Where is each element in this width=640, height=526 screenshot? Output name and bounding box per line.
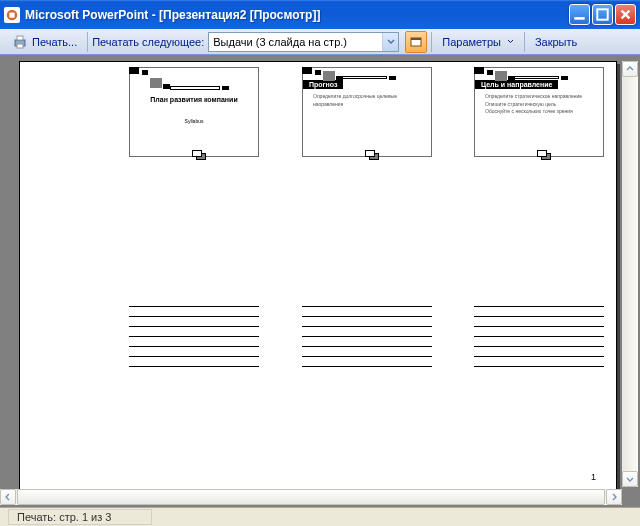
slide-thumbnail-2: Прогноз Определите долгосрочные целевые …: [302, 67, 432, 157]
slide-thumbnail-1: План развития компании Syllabus: [129, 67, 259, 157]
print-what-label: Печатать следующее:: [92, 36, 204, 48]
app-icon: [4, 7, 20, 23]
maximize-button[interactable]: [592, 4, 613, 25]
chevron-down-icon: [507, 38, 514, 45]
horizontal-scrollbar[interactable]: [0, 489, 622, 505]
options-label: Параметры: [442, 36, 501, 48]
svg-rect-1: [9, 12, 14, 17]
svg-rect-8: [411, 38, 421, 40]
page-icon: [409, 35, 423, 49]
combo-dropdown-button[interactable]: [382, 33, 398, 51]
slide-1-subtitle: Syllabus: [130, 118, 258, 124]
chevron-down-icon: [387, 38, 395, 46]
slide-thumbnail-3: Цель и направление Определите стратегиче…: [474, 67, 604, 157]
slide-2-title: Прогноз: [303, 80, 343, 89]
chevron-up-icon: [626, 65, 634, 73]
slide-3-title: Цель и направление: [475, 80, 558, 89]
scroll-right-button[interactable]: [606, 489, 622, 505]
chevron-down-icon: [626, 475, 634, 483]
chevron-right-icon: [610, 493, 618, 501]
notes-lines-2: [302, 306, 432, 376]
notes-lines-1: [129, 306, 259, 376]
close-preview-button[interactable]: Закрыть: [529, 31, 583, 53]
print-label: Печать...: [32, 36, 77, 48]
separator: [87, 32, 88, 52]
print-button[interactable]: Печать...: [6, 31, 83, 53]
window-title: Microsoft PowerPoint - [Презентация2 [Пр…: [25, 8, 320, 22]
slide-2-bullets: Определите долгосрочные целевые направле…: [303, 91, 431, 110]
landscape-orientation-button[interactable]: [405, 31, 427, 53]
separator: [524, 32, 525, 52]
scroll-up-button[interactable]: [622, 61, 638, 77]
separator: [431, 32, 432, 52]
svg-rect-2: [574, 17, 584, 20]
printer-icon: [12, 34, 28, 50]
close-label: Закрыть: [535, 36, 577, 48]
svg-rect-5: [17, 36, 23, 40]
vertical-scrollbar[interactable]: [622, 61, 638, 487]
minimize-button[interactable]: [569, 4, 590, 25]
scroll-left-button[interactable]: [0, 489, 16, 505]
preview-area: План развития компании Syllabus Прогноз …: [0, 55, 640, 507]
slide-3-bullets: Определите стратегическое направление Оп…: [475, 91, 603, 118]
combo-value: Выдачи (3 слайда на стр.): [209, 36, 382, 48]
title-bar: Microsoft PowerPoint - [Презентация2 [Пр…: [0, 0, 640, 29]
page-number: 1: [591, 472, 596, 482]
slide-1-title: План развития компании: [130, 96, 258, 103]
close-button[interactable]: [615, 4, 636, 25]
svg-rect-6: [17, 44, 23, 48]
scroll-down-button[interactable]: [622, 471, 638, 487]
svg-rect-3: [597, 9, 607, 19]
status-text: Печать: стр. 1 из 3: [8, 509, 152, 525]
chevron-left-icon: [4, 493, 12, 501]
print-what-combo[interactable]: Выдачи (3 слайда на стр.): [208, 32, 399, 52]
notes-lines-3: [474, 306, 604, 376]
handout-page: План развития компании Syllabus Прогноз …: [19, 61, 617, 490]
print-preview-toolbar: Печать... Печатать следующее: Выдачи (3 …: [0, 29, 640, 55]
options-button[interactable]: Параметры: [436, 31, 520, 53]
status-bar: Печать: стр. 1 из 3: [0, 507, 640, 526]
scroll-thumb[interactable]: [17, 489, 605, 505]
